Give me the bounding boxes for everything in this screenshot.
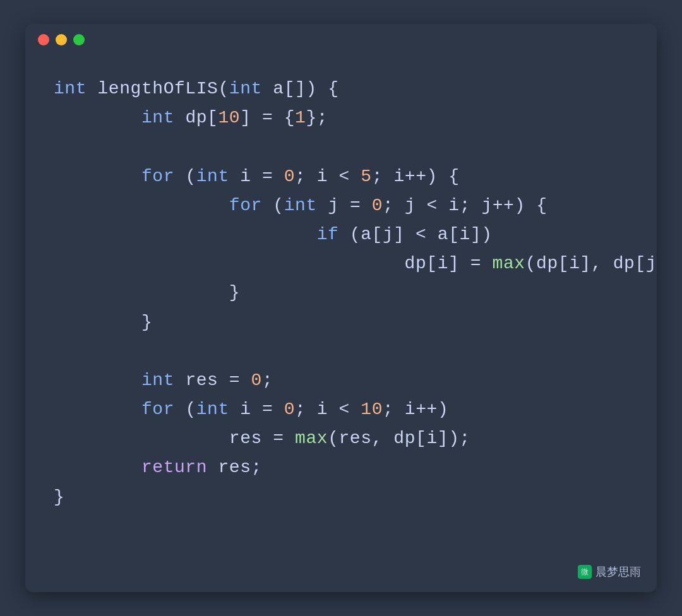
code-line-12: for (int i = 0; i < 10; i++)	[54, 395, 628, 424]
close-button[interactable]	[38, 34, 49, 45]
code-line-6: if (a[j] < a[i])	[54, 220, 628, 249]
code-window: int lengthOfLIS(int a[]) { int dp[10] = …	[25, 24, 657, 592]
code-line-8: }	[54, 278, 628, 307]
code-line-5: for (int j = 0; j < i; j++) {	[54, 191, 628, 220]
code-line-10	[54, 337, 628, 366]
minimize-button[interactable]	[56, 34, 67, 45]
code-line-15: }	[54, 483, 628, 512]
code-line-14: return res;	[54, 453, 628, 482]
code-line-2: int dp[10] = {1};	[54, 104, 628, 133]
code-line-11: int res = 0;	[54, 366, 628, 395]
wechat-icon: 微	[578, 565, 592, 579]
code-line-4: for (int i = 0; i < 5; i++) {	[54, 162, 628, 191]
code-line-13: res = max(res, dp[i]);	[54, 424, 628, 453]
maximize-button[interactable]	[73, 34, 85, 45]
code-block: int lengthOfLIS(int a[]) { int dp[10] = …	[25, 56, 657, 531]
code-line-7: dp[i] = max(dp[i], dp[j] + 1);	[54, 249, 628, 278]
watermark: 微 晨梦思雨	[578, 564, 641, 579]
code-line-3	[54, 133, 628, 162]
code-line-1: int lengthOfLIS(int a[]) {	[54, 74, 628, 104]
watermark-text: 晨梦思雨	[595, 564, 641, 579]
titlebar	[25, 24, 657, 56]
code-line-9: }	[54, 308, 628, 337]
